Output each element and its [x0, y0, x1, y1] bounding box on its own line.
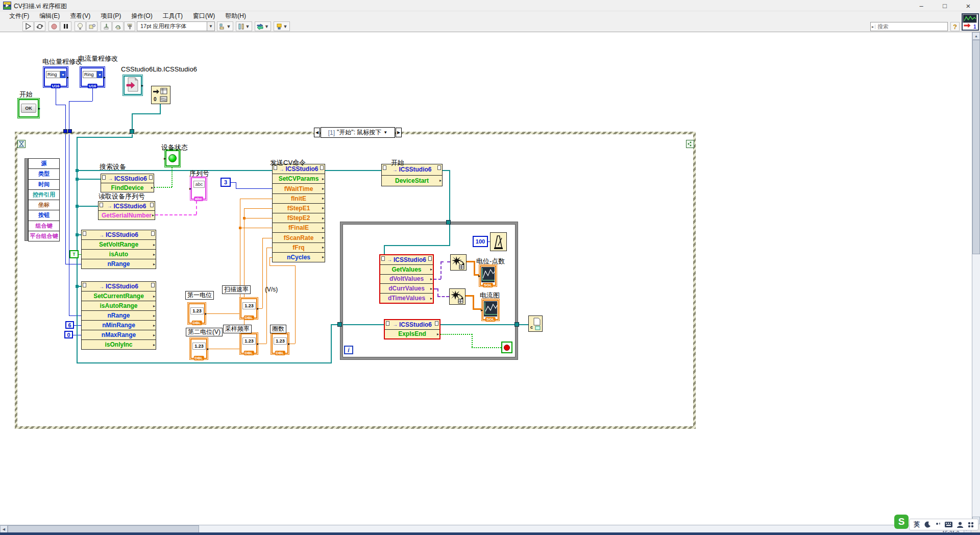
- invoke-node-row[interactable]: GetValues▸: [380, 265, 433, 275]
- menu-project[interactable]: 项目(P): [95, 11, 126, 21]
- menu-edit[interactable]: 编辑(E): [34, 11, 65, 21]
- event-data-item[interactable]: 按钮: [28, 210, 60, 221]
- invoke-node-get-serial-number[interactable]: →ICSStudio6GetSerialNumber▸: [98, 201, 155, 220]
- invoke-node-exp-is-end[interactable]: →ICSStudio6ExpIsEnd▸: [384, 319, 440, 339]
- convert-to-dynamic-data-node[interactable]: [450, 254, 467, 271]
- invoke-node-row[interactable]: ExpIsEnd▸: [385, 330, 439, 339]
- moon-icon[interactable]: [924, 521, 931, 528]
- first-e-terminal[interactable]: 1.23 DBL ▸: [187, 302, 206, 325]
- search-expand-icon[interactable]: ▸: [871, 25, 875, 29]
- search-box[interactable]: ▸: [870, 22, 948, 31]
- scroll-up-icon[interactable]: ▲: [972, 32, 980, 40]
- distribute-objects-button[interactable]: ▼: [236, 21, 252, 31]
- invoke-node-set-current-range[interactable]: →ICSStudio6SetCurrentRange▸isAutoRange▸n…: [81, 281, 156, 350]
- loop-stop-terminal[interactable]: [501, 342, 512, 353]
- invoke-node-find-device[interactable]: →ICSStudio6FindDevice▸: [101, 174, 154, 192]
- cleanup-diagram-button[interactable]: ▼: [274, 21, 290, 31]
- event-next-case-icon[interactable]: ▶: [396, 128, 402, 137]
- constant-3[interactable]: 3: [220, 178, 231, 187]
- toolbox-grid-icon[interactable]: [968, 522, 974, 528]
- invoke-node-row[interactable]: fStepE2▸: [273, 213, 325, 223]
- run-continuous-button[interactable]: [34, 21, 45, 31]
- invoke-node-row[interactable]: dTimeValues▸: [380, 294, 433, 303]
- invoke-node-row[interactable]: isAutoRange▸: [82, 301, 156, 311]
- invoke-node-row[interactable]: fScanRate▸: [273, 233, 325, 242]
- invoke-node-row[interactable]: fInitE▸: [273, 194, 325, 204]
- minimize-button[interactable]: –: [910, 0, 933, 11]
- close-button[interactable]: ×: [957, 0, 980, 11]
- close-reference-node[interactable]: c: [528, 315, 543, 332]
- sample-freq-terminal[interactable]: 1.23 DBL ▸: [239, 332, 258, 355]
- class-constant[interactable]: ▸: [122, 75, 143, 96]
- step-over-button[interactable]: [112, 21, 124, 31]
- invoke-node-set-volt-range[interactable]: →ICSStudio6SetVoltRange▸isAuto▸nRange▸: [81, 230, 156, 269]
- event-prev-case-icon[interactable]: ◀: [314, 128, 320, 137]
- vertical-scrollbar[interactable]: ▲ ▼: [972, 32, 980, 525]
- constant-0[interactable]: 0: [64, 331, 73, 338]
- ime-toolbar[interactable]: 英: [909, 519, 978, 530]
- font-selector-dropdown-icon[interactable]: ▼: [207, 21, 215, 31]
- serial-string-terminal[interactable]: abc abc ▸: [190, 176, 207, 201]
- invoke-node-row[interactable]: dCurrValues▸: [380, 284, 433, 294]
- highlight-execution-button[interactable]: [75, 21, 86, 31]
- ime-logo[interactable]: S: [894, 515, 909, 529]
- event-data-item[interactable]: 坐标: [28, 200, 60, 210]
- event-data-item[interactable]: 时间: [28, 179, 60, 190]
- ring1-terminal[interactable]: Ring ▼ U16 ▸: [43, 66, 68, 88]
- convert-to-dynamic-data-node[interactable]: [449, 288, 465, 305]
- maximize-button[interactable]: □: [933, 0, 957, 11]
- invoke-node-row[interactable]: SetCVParams▸: [273, 174, 325, 184]
- menu-view[interactable]: 查看(V): [65, 11, 95, 21]
- vi-icon[interactable]: 1: [962, 13, 979, 31]
- wait-ms-node[interactable]: [490, 232, 507, 251]
- event-data-node[interactable]: 源类型时间控件引用坐标按钮组合键平台组合键: [28, 158, 60, 241]
- scroll-left-icon[interactable]: ◀: [0, 525, 8, 533]
- abort-button[interactable]: [48, 21, 60, 31]
- ring2-terminal[interactable]: Ring ▼ U16 ▸: [80, 66, 105, 88]
- keyboard-icon[interactable]: [945, 522, 952, 527]
- invoke-node-row[interactable]: SetCurrentRange▸: [82, 291, 156, 301]
- run-button[interactable]: [22, 21, 34, 31]
- constant-true[interactable]: T: [69, 250, 79, 258]
- step-out-button[interactable]: [124, 21, 135, 31]
- menu-help[interactable]: 帮助(H): [220, 11, 251, 21]
- align-objects-button[interactable]: ▼: [217, 21, 233, 31]
- invoke-node-row[interactable]: dVoltValues▸: [380, 275, 433, 284]
- invoke-node-row[interactable]: GetSerialNumber▸: [99, 211, 155, 220]
- windows-taskbar[interactable]: [0, 532, 980, 535]
- graph2-terminal[interactable]: SGL ▸: [481, 299, 500, 321]
- event-selector-label[interactable]: [1] "开始": 鼠标按下 ▼: [321, 127, 395, 138]
- invoke-node-row[interactable]: nMaxRange▸: [82, 330, 156, 340]
- vscroll-thumb[interactable]: [972, 40, 980, 254]
- invoke-node-get-values[interactable]: →ICSStudio6GetValues▸dVoltValues▸dCurrVa…: [379, 254, 434, 304]
- event-data-item[interactable]: 控件引用: [28, 189, 60, 200]
- event-data-item[interactable]: 平台组合键: [28, 231, 60, 241]
- invoke-node-row[interactable]: DeviceStart▸: [382, 176, 442, 186]
- invoke-node-row[interactable]: fWaitTime▸: [273, 184, 325, 193]
- reorder-button[interactable]: ▼: [255, 21, 271, 31]
- event-data-item[interactable]: 类型: [28, 168, 60, 179]
- hscroll-thumb[interactable]: [8, 525, 199, 533]
- step-into-button[interactable]: [101, 21, 112, 31]
- cycles-terminal[interactable]: 1.23 DBL ▸: [271, 332, 289, 355]
- invoke-node-row[interactable]: isOnlyInc▸: [82, 340, 156, 349]
- event-data-item[interactable]: 源: [28, 158, 60, 169]
- invoke-node-row[interactable]: fStepE1▸: [273, 204, 325, 213]
- invoke-node-set-cv-params[interactable]: →ICSStudio6SetCVParams▸fWaitTime▸fInitE▸…: [272, 164, 325, 262]
- event-data-item[interactable]: 组合键: [28, 221, 60, 231]
- invoke-node-row[interactable]: nRange▸: [82, 259, 156, 269]
- horizontal-scrollbar[interactable]: ◀ ▶: [0, 525, 972, 533]
- invoke-node-row[interactable]: SetVoltRange▸: [82, 240, 156, 250]
- menu-operate[interactable]: 操作(O): [126, 11, 157, 21]
- loop-iteration-terminal[interactable]: i: [344, 346, 353, 354]
- user-icon[interactable]: [957, 522, 963, 528]
- constant-100[interactable]: 100: [473, 236, 488, 247]
- second-e-terminal[interactable]: 1.23 DBL ▸: [189, 337, 208, 360]
- invoke-node-row[interactable]: nMinRange▸: [82, 321, 156, 330]
- graph1-terminal[interactable]: SGL ▸: [479, 264, 497, 287]
- event-selector-dropdown-icon[interactable]: ▼: [383, 130, 387, 135]
- punctuation-icon[interactable]: [936, 522, 941, 528]
- retain-wire-values-button[interactable]: [86, 21, 97, 31]
- invoke-node-row[interactable]: nRange▸: [82, 311, 156, 321]
- menu-file[interactable]: 文件(F): [4, 11, 34, 21]
